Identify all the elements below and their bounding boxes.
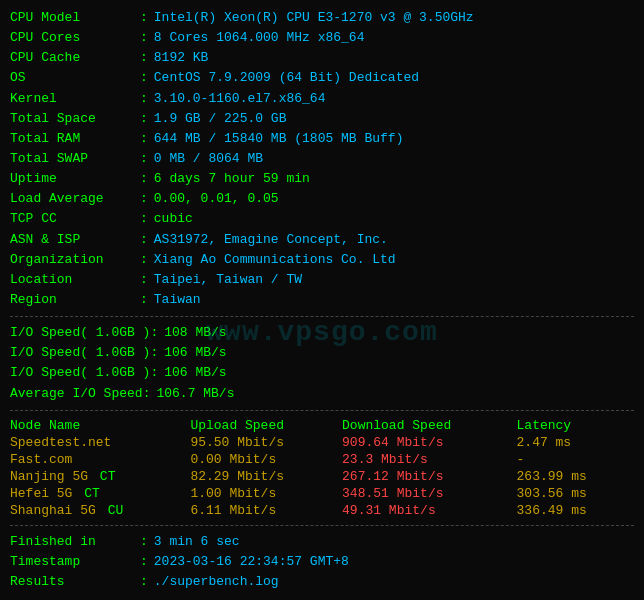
io-sep: : — [143, 384, 151, 404]
sysinfo-row: Organization : Xiang Ao Communications C… — [10, 250, 634, 270]
info-label: Kernel — [10, 89, 140, 109]
info-sep: : — [140, 8, 148, 28]
info-value: Taiwan — [154, 290, 201, 310]
info-sep: : — [140, 250, 148, 270]
speed-download: 23.3 Mbit/s — [342, 451, 517, 468]
info-value: AS31972, Emagine Concept, Inc. — [154, 230, 388, 250]
info-label: TCP CC — [10, 209, 140, 229]
sysinfo-row: CPU Model : Intel(R) Xeon(R) CPU E3-1270… — [10, 8, 634, 28]
info-label: Organization — [10, 250, 140, 270]
io-label: I/O Speed( 1.0GB ) — [10, 343, 150, 363]
info-label: CPU Cache — [10, 48, 140, 68]
info-label: Region — [10, 290, 140, 310]
speed-download: 267.12 Mbit/s — [342, 468, 517, 485]
sysinfo-row: CPU Cache : 8192 KB — [10, 48, 634, 68]
sysinfo-row: Region : Taiwan — [10, 290, 634, 310]
info-sep: : — [140, 149, 148, 169]
speed-table: Node NameUpload SpeedDownload SpeedLaten… — [10, 417, 634, 519]
info-label: Location — [10, 270, 140, 290]
info-label: Uptime — [10, 169, 140, 189]
speed-table-section: Node NameUpload SpeedDownload SpeedLaten… — [10, 417, 634, 519]
footer-value: ./superbench.log — [154, 572, 279, 592]
info-value: CentOS 7.9.2009 (64 Bit) Dedicated — [154, 68, 419, 88]
footer-label: Results — [10, 572, 140, 592]
sysinfo-row: CPU Cores : 8 Cores 1064.000 MHz x86_64 — [10, 28, 634, 48]
info-sep: : — [140, 209, 148, 229]
speed-table-row: Speedtest.net95.50 Mbit/s909.64 Mbit/s2.… — [10, 434, 634, 451]
speed-table-header: Node Name — [10, 417, 190, 434]
info-value: cubic — [154, 209, 193, 229]
speed-upload: 95.50 Mbit/s — [190, 434, 342, 451]
info-value: 8 Cores 1064.000 MHz x86_64 — [154, 28, 365, 48]
speed-latency: 336.49 ms — [517, 502, 634, 519]
speed-node-name: Nanjing 5G CT — [10, 468, 190, 485]
io-label: Average I/O Speed — [10, 384, 143, 404]
info-label: OS — [10, 68, 140, 88]
speed-table-row: Shanghai 5G CU6.11 Mbit/s49.31 Mbit/s336… — [10, 502, 634, 519]
divider-2 — [10, 410, 634, 411]
io-section: I/O Speed( 1.0GB ) : 108 MB/s I/O Speed(… — [10, 323, 634, 404]
info-label: ASN & ISP — [10, 230, 140, 250]
io-value: 106 MB/s — [164, 363, 226, 383]
speed-download: 49.31 Mbit/s — [342, 502, 517, 519]
footer-row: Timestamp : 2023-03-16 22:34:57 GMT+8 — [10, 552, 634, 572]
speed-upload: 6.11 Mbit/s — [190, 502, 342, 519]
footer-label: Finished in — [10, 532, 140, 552]
info-sep: : — [140, 109, 148, 129]
speed-upload: 82.29 Mbit/s — [190, 468, 342, 485]
info-label: CPU Cores — [10, 28, 140, 48]
sysinfo-row: Load Average : 0.00, 0.01, 0.05 — [10, 189, 634, 209]
info-label: Total Space — [10, 109, 140, 129]
info-sep: : — [140, 290, 148, 310]
info-value: Intel(R) Xeon(R) CPU E3-1270 v3 @ 3.50GH… — [154, 8, 474, 28]
info-sep: : — [140, 230, 148, 250]
info-sep: : — [140, 129, 148, 149]
speed-table-row: Nanjing 5G CT82.29 Mbit/s267.12 Mbit/s26… — [10, 468, 634, 485]
io-value: 106 MB/s — [164, 343, 226, 363]
speed-upload: 1.00 Mbit/s — [190, 485, 342, 502]
speed-latency: 2.47 ms — [517, 434, 634, 451]
io-label: I/O Speed( 1.0GB ) — [10, 323, 150, 343]
sysinfo-row: Location : Taipei, Taiwan / TW — [10, 270, 634, 290]
sysinfo-row: TCP CC : cubic — [10, 209, 634, 229]
footer-value: 3 min 6 sec — [154, 532, 240, 552]
info-value: 1.9 GB / 225.0 GB — [154, 109, 287, 129]
info-value: 0 MB / 8064 MB — [154, 149, 263, 169]
speed-table-header: Latency — [517, 417, 634, 434]
info-label: Total RAM — [10, 129, 140, 149]
sysinfo-row: Kernel : 3.10.0-1160.el7.x86_64 — [10, 89, 634, 109]
info-label: Load Average — [10, 189, 140, 209]
io-sep: : — [150, 363, 158, 383]
info-value: 6 days 7 hour 59 min — [154, 169, 310, 189]
footer-row: Finished in : 3 min 6 sec — [10, 532, 634, 552]
footer-sep: : — [140, 532, 148, 552]
info-label: CPU Model — [10, 8, 140, 28]
io-sep: : — [150, 323, 158, 343]
io-label: I/O Speed( 1.0GB ) — [10, 363, 150, 383]
footer-label: Timestamp — [10, 552, 140, 572]
speed-download: 909.64 Mbit/s — [342, 434, 517, 451]
speed-table-row: Hefei 5G CT1.00 Mbit/s348.51 Mbit/s303.5… — [10, 485, 634, 502]
speed-upload: 0.00 Mbit/s — [190, 451, 342, 468]
speed-table-header: Upload Speed — [190, 417, 342, 434]
io-row: Average I/O Speed : 106.7 MB/s — [10, 384, 634, 404]
sysinfo-section: CPU Model : Intel(R) Xeon(R) CPU E3-1270… — [10, 8, 634, 310]
sysinfo-row: Uptime : 6 days 7 hour 59 min — [10, 169, 634, 189]
speed-table-row: Fast.com0.00 Mbit/s23.3 Mbit/s- — [10, 451, 634, 468]
sysinfo-row: Total Space : 1.9 GB / 225.0 GB — [10, 109, 634, 129]
info-value: 3.10.0-1160.el7.x86_64 — [154, 89, 326, 109]
speed-download: 348.51 Mbit/s — [342, 485, 517, 502]
io-row: I/O Speed( 1.0GB ) : 106 MB/s — [10, 343, 634, 363]
io-row: I/O Speed( 1.0GB ) : 106 MB/s — [10, 363, 634, 383]
info-sep: : — [140, 270, 148, 290]
sysinfo-row: OS : CentOS 7.9.2009 (64 Bit) Dedicated — [10, 68, 634, 88]
speed-latency: 303.56 ms — [517, 485, 634, 502]
sysinfo-row: Total SWAP : 0 MB / 8064 MB — [10, 149, 634, 169]
footer-value: 2023-03-16 22:34:57 GMT+8 — [154, 552, 349, 572]
divider-3 — [10, 525, 634, 526]
info-sep: : — [140, 48, 148, 68]
io-value: 108 MB/s — [164, 323, 226, 343]
speed-node-name: Fast.com — [10, 451, 190, 468]
footer-row: Results : ./superbench.log — [10, 572, 634, 592]
info-value: 0.00, 0.01, 0.05 — [154, 189, 279, 209]
